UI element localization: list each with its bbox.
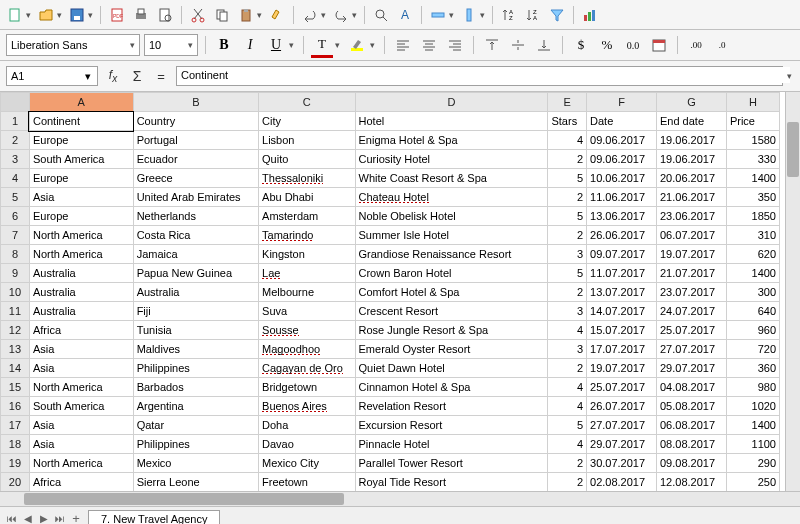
cell[interactable]: 19.07.2017 (587, 359, 657, 378)
cell[interactable]: 17.07.2017 (587, 340, 657, 359)
cell[interactable]: Doha (259, 416, 355, 435)
align-right-button[interactable] (444, 34, 466, 56)
font-color-button[interactable]: T (311, 33, 333, 58)
valign-middle-button[interactable] (507, 34, 529, 56)
cell[interactable]: Stars (548, 112, 587, 131)
dropdown-icon[interactable]: ▾ (57, 10, 62, 20)
cell[interactable]: Suva (259, 302, 355, 321)
cell[interactable]: Buenos Aires (259, 397, 355, 416)
cell[interactable]: Papua New Guinea (133, 264, 258, 283)
cell[interactable]: 23.07.2017 (656, 283, 726, 302)
cell[interactable]: 19.07.2017 (656, 245, 726, 264)
cell[interactable]: Cagayan de Oro (259, 359, 355, 378)
dropdown-icon[interactable]: ▾ (85, 70, 91, 83)
cell[interactable]: Price (726, 112, 779, 131)
cell[interactable]: 27.07.2017 (587, 416, 657, 435)
cell[interactable]: Bridgetown (259, 378, 355, 397)
cell[interactable]: 5 (548, 169, 587, 188)
print-preview-icon[interactable] (154, 4, 176, 26)
cell[interactable]: Asia (29, 340, 133, 359)
cell[interactable]: 1850 (726, 207, 779, 226)
cell[interactable]: Argentina (133, 397, 258, 416)
column-header[interactable]: H (726, 93, 779, 112)
cell[interactable]: Asia (29, 435, 133, 454)
dropdown-icon[interactable]: ▾ (321, 10, 326, 20)
cell[interactable]: Comfort Hotel & Spa (355, 283, 548, 302)
cell[interactable]: 350 (726, 188, 779, 207)
column-header[interactable]: F (587, 93, 657, 112)
cell[interactable]: Chateau Hotel (355, 188, 548, 207)
dropdown-icon[interactable]: ▾ (335, 40, 340, 50)
number-button[interactable]: 0.0 (622, 34, 644, 56)
column-header[interactable]: D (355, 93, 548, 112)
cell[interactable]: Revelation Resort (355, 397, 548, 416)
row-header[interactable]: 6 (1, 207, 30, 226)
font-size-combo[interactable]: ▾ (144, 34, 198, 56)
cell[interactable]: Excursion Resort (355, 416, 548, 435)
cell[interactable]: 310 (726, 226, 779, 245)
cell[interactable]: Ecuador (133, 150, 258, 169)
cell[interactable]: 4 (548, 321, 587, 340)
cell[interactable]: Philippines (133, 359, 258, 378)
cell[interactable]: Europe (29, 131, 133, 150)
cell[interactable]: 1100 (726, 435, 779, 454)
cell[interactable]: North America (29, 245, 133, 264)
row-header[interactable]: 12 (1, 321, 30, 340)
cell[interactable]: Abu Dhabi (259, 188, 355, 207)
cell[interactable]: 29.07.2017 (587, 435, 657, 454)
cell[interactable]: 300 (726, 283, 779, 302)
undo-icon[interactable] (299, 4, 321, 26)
cell[interactable]: Maldives (133, 340, 258, 359)
cell[interactable]: Asia (29, 359, 133, 378)
cell[interactable]: End date (656, 112, 726, 131)
cell[interactable]: 2 (548, 150, 587, 169)
cell[interactable]: 09.07.2017 (587, 245, 657, 264)
cell[interactable]: 14.07.2017 (587, 302, 657, 321)
cell[interactable]: Melbourne (259, 283, 355, 302)
new-icon[interactable] (4, 4, 26, 26)
cell[interactable]: Kingston (259, 245, 355, 264)
cell[interactable]: 19.06.2017 (656, 131, 726, 150)
row-header[interactable]: 17 (1, 416, 30, 435)
dropdown-icon[interactable]: ▾ (88, 10, 93, 20)
cell[interactable]: 2 (548, 473, 587, 492)
vertical-scrollbar[interactable] (785, 92, 800, 491)
percent-button[interactable]: % (596, 34, 618, 56)
scroll-thumb[interactable] (24, 493, 344, 505)
cell[interactable]: 24.07.2017 (656, 302, 726, 321)
find-icon[interactable] (370, 4, 392, 26)
cell[interactable]: 09.06.2017 (587, 150, 657, 169)
redo-icon[interactable] (330, 4, 352, 26)
cell[interactable]: Africa (29, 321, 133, 340)
cell[interactable]: Magoodhoo (259, 340, 355, 359)
cell[interactable]: Sierra Leone (133, 473, 258, 492)
valign-bottom-button[interactable] (533, 34, 555, 56)
cell[interactable]: Davao (259, 435, 355, 454)
export-pdf-icon[interactable]: PDF (106, 4, 128, 26)
dropdown-icon[interactable]: ▾ (449, 10, 454, 20)
cell[interactable]: Rose Jungle Resort & Spa (355, 321, 548, 340)
row-icon[interactable] (427, 4, 449, 26)
cell[interactable]: Pinnacle Hotel (355, 435, 548, 454)
sort-desc-icon[interactable]: ZA (522, 4, 544, 26)
cell[interactable]: Enigma Hotel & Spa (355, 131, 548, 150)
cell[interactable]: United Arab Emirates (133, 188, 258, 207)
cell[interactable]: 23.06.2017 (656, 207, 726, 226)
cell[interactable]: 13.07.2017 (587, 283, 657, 302)
row-header[interactable]: 11 (1, 302, 30, 321)
row-header[interactable]: 19 (1, 454, 30, 473)
highlight-color-button[interactable] (346, 34, 368, 56)
cell[interactable]: 4 (548, 378, 587, 397)
underline-button[interactable]: U (265, 34, 287, 56)
cell[interactable]: Date (587, 112, 657, 131)
row-header[interactable]: 5 (1, 188, 30, 207)
cell[interactable]: 2 (548, 283, 587, 302)
horizontal-scrollbar[interactable] (24, 492, 800, 506)
cell[interactable]: Amsterdam (259, 207, 355, 226)
cell[interactable]: Sousse (259, 321, 355, 340)
spellcheck-icon[interactable]: A (394, 4, 416, 26)
cell[interactable]: 640 (726, 302, 779, 321)
tab-next-button[interactable]: ▶ (36, 510, 52, 524)
cell[interactable]: South America (29, 397, 133, 416)
cell[interactable]: 21.06.2017 (656, 188, 726, 207)
